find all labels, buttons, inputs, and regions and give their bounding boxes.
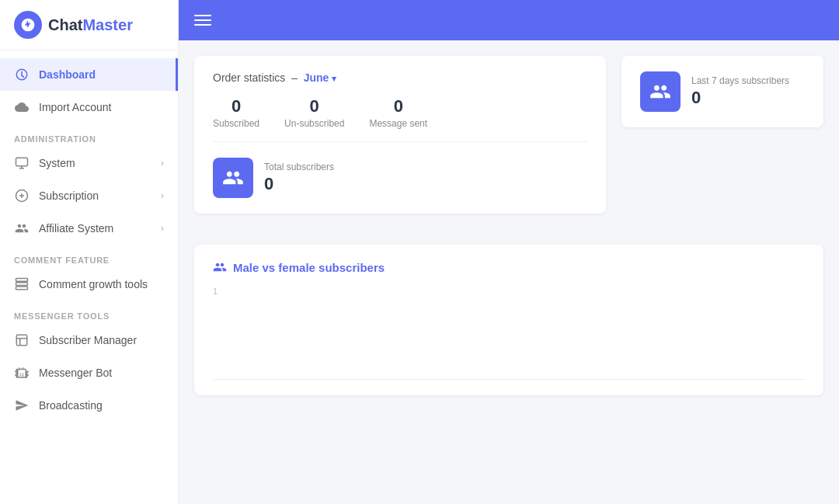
total-subscribers-block: Total subscribers 0 bbox=[213, 158, 587, 198]
sidebar-item-affiliate-system[interactable]: Affiliate System › bbox=[0, 212, 178, 245]
dashboard-label: Dashboard bbox=[39, 68, 96, 81]
subscriber-manager-icon bbox=[14, 332, 30, 348]
section-label-administration: ADMINISTRATION bbox=[0, 123, 178, 147]
broadcasting-label: Broadcasting bbox=[39, 399, 103, 412]
sidebar-item-system[interactable]: System › bbox=[0, 147, 178, 179]
main-content: Order statistics – June ▾ 0 Subscribed 0 bbox=[179, 0, 839, 504]
chart-area: 1 bbox=[213, 287, 805, 380]
logo: ChatMaster bbox=[0, 0, 178, 50]
chart-y-label: 1 bbox=[213, 287, 218, 296]
last7-label: Last 7 days subscribers bbox=[691, 75, 789, 86]
stats-row: 0 Subscribed 0 Un-subscribed 0 Message s… bbox=[213, 96, 587, 142]
affiliate-system-chevron: › bbox=[161, 223, 164, 234]
last7-subscribers-card: Last 7 days subscribers 0 bbox=[621, 56, 823, 127]
subscription-icon bbox=[14, 188, 30, 203]
svg-rect-9 bbox=[16, 335, 27, 346]
system-label: System bbox=[39, 157, 75, 169]
sidebar-item-dashboard[interactable]: Dashboard bbox=[0, 58, 178, 91]
subscriber-manager-label: Subscriber Manager bbox=[39, 334, 137, 346]
section-label-messenger-tools: MESSENGER TOOLS bbox=[0, 301, 178, 324]
stat-message-sent: 0 Message sent bbox=[369, 96, 427, 129]
unsubscribed-label: Un-subscribed bbox=[284, 118, 344, 129]
sidebar-nav: Dashboard Import Account ADMINISTRATION … bbox=[0, 50, 178, 504]
logo-text: ChatMaster bbox=[48, 16, 133, 34]
subscribed-label: Subscribed bbox=[213, 118, 259, 129]
svg-rect-7 bbox=[16, 283, 28, 286]
last7-value: 0 bbox=[691, 88, 789, 108]
message-sent-label: Message sent bbox=[369, 118, 427, 129]
messenger-bot-icon bbox=[14, 365, 30, 381]
system-icon bbox=[14, 155, 30, 171]
system-chevron: › bbox=[161, 158, 164, 169]
stats-month[interactable]: June ▾ bbox=[304, 71, 337, 84]
import-account-label: Import Account bbox=[39, 101, 111, 113]
total-subscribers-info: Total subscribers 0 bbox=[264, 162, 334, 194]
total-subscribers-value: 0 bbox=[264, 174, 334, 194]
comment-growth-tools-label: Comment growth tools bbox=[39, 278, 148, 290]
message-sent-value: 0 bbox=[369, 96, 427, 116]
month-dropdown-arrow: ▾ bbox=[332, 74, 336, 83]
svg-rect-8 bbox=[16, 287, 28, 290]
sidebar: ChatMaster Dashboard Import Account ADMI… bbox=[0, 0, 179, 504]
comment-growth-tools-icon bbox=[14, 276, 30, 292]
stats-card: Order statistics – June ▾ 0 Subscribed 0 bbox=[194, 56, 606, 214]
svg-rect-6 bbox=[16, 279, 28, 282]
affiliate-system-label: Affiliate System bbox=[39, 222, 113, 235]
import-account-icon bbox=[14, 99, 30, 115]
stat-subscribed: 0 Subscribed bbox=[213, 96, 259, 129]
broadcasting-icon bbox=[14, 398, 30, 413]
subscription-label: Subscription bbox=[39, 189, 99, 202]
chart-title: Male vs female subscribers bbox=[213, 260, 805, 274]
sidebar-item-messenger-bot[interactable]: Messenger Bot bbox=[0, 356, 178, 389]
topbar bbox=[179, 0, 839, 40]
subscription-chevron: › bbox=[161, 190, 164, 201]
sidebar-item-subscription[interactable]: Subscription › bbox=[0, 179, 178, 212]
sidebar-item-broadcasting[interactable]: Broadcasting bbox=[0, 389, 178, 422]
content-area: Order statistics – June ▾ 0 Subscribed 0 bbox=[179, 40, 839, 504]
total-subscribers-icon-box bbox=[213, 158, 253, 198]
last7-icon-box bbox=[640, 71, 681, 112]
chart-title-text: Male vs female subscribers bbox=[233, 261, 385, 274]
messenger-bot-label: Messenger Bot bbox=[39, 367, 112, 379]
stats-header: Order statistics – June ▾ bbox=[213, 71, 587, 84]
unsubscribed-value: 0 bbox=[284, 96, 344, 116]
affiliate-system-icon bbox=[14, 221, 30, 236]
stats-title: Order statistics bbox=[213, 71, 285, 84]
menu-button[interactable] bbox=[194, 15, 211, 26]
logo-icon bbox=[14, 11, 42, 39]
sidebar-item-subscriber-manager[interactable]: Subscriber Manager bbox=[0, 324, 178, 356]
dashboard-icon bbox=[14, 67, 30, 82]
sidebar-item-comment-growth-tools[interactable]: Comment growth tools bbox=[0, 268, 178, 301]
sidebar-item-import-account[interactable]: Import Account bbox=[0, 91, 178, 123]
stat-unsubscribed: 0 Un-subscribed bbox=[284, 96, 344, 129]
svg-rect-0 bbox=[16, 158, 28, 166]
last7-info: Last 7 days subscribers 0 bbox=[691, 75, 789, 108]
logo-text-plain: Chat bbox=[48, 16, 82, 33]
subscribed-value: 0 bbox=[213, 96, 259, 116]
section-label-comment-feature: COMMENT FEATURE bbox=[0, 245, 178, 268]
chart-card: Male vs female subscribers 1 bbox=[194, 245, 823, 395]
logo-text-accent: Master bbox=[82, 16, 132, 33]
total-subscribers-label: Total subscribers bbox=[264, 162, 334, 172]
